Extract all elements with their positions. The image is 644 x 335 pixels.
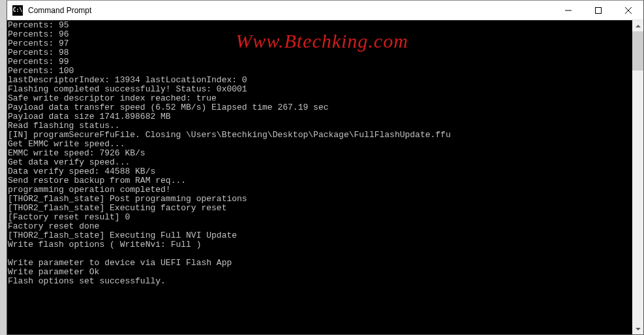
svg-rect-1 [596, 7, 602, 13]
scroll-thumb[interactable] [632, 31, 643, 71]
console-line: programming operation completed! [7, 185, 632, 195]
console-line: lastDescriptorIndex: 13934 lastLocationI… [7, 76, 632, 85]
console-line: Get data verify speed... [7, 158, 632, 167]
console-line: EMMC write speed: 7926 KB/s [7, 149, 632, 158]
console-line: Percents: 100 [7, 67, 632, 76]
close-icon [625, 7, 632, 14]
console-line: Data verify speed: 44588 KB/s [7, 167, 632, 176]
command-prompt-window: C:\ Command Prompt Percents: 95Percents:… [7, 0, 644, 335]
console-line: Write parameter Ok [7, 268, 632, 277]
window-controls [553, 1, 643, 20]
console-line: Payload data transfer speed (6.52 MB/s) … [7, 103, 632, 112]
close-button[interactable] [613, 1, 643, 20]
minimize-button[interactable] [553, 1, 583, 20]
svg-marker-4 [636, 25, 641, 27]
console-line: Percents: 96 [7, 30, 632, 39]
scroll-down-button[interactable] [632, 323, 643, 334]
console-line: Percents: 99 [7, 57, 632, 67]
console-line: Flash options set successfully. [7, 277, 632, 286]
console-line [7, 286, 632, 295]
console-line: Write flash options ( WriteNvi: Full ) [7, 240, 632, 249]
chevron-up-icon [636, 25, 641, 27]
console-line: Factory reset done [7, 222, 632, 231]
console-line: [IN] programSecureFfuFile. Closing \User… [7, 131, 632, 140]
window-title: Command Prompt [28, 6, 553, 15]
cmd-icon-label: C:\ [13, 7, 22, 13]
svg-marker-5 [636, 328, 641, 330]
background-stripe [0, 0, 7, 335]
console-line: Payload data size 1741.898682 MB [7, 112, 632, 121]
console-line: Percents: 98 [7, 48, 632, 57]
cmd-icon: C:\ [12, 5, 23, 16]
console-line: Safe write descriptor index reached: tru… [7, 94, 632, 103]
console-line: Get EMMC write speed... [7, 140, 632, 149]
console-line: Percents: 95 [7, 21, 632, 30]
chevron-down-icon [636, 328, 641, 330]
console-line: [THOR2_flash_state] Executing Full NVI U… [7, 231, 632, 240]
scroll-up-button[interactable] [632, 20, 643, 31]
console-area: Percents: 95Percents: 96Percents: 97Perc… [7, 20, 643, 334]
console-line: [THOR2_flash_state] Post programming ope… [7, 195, 632, 204]
console-line: Read flashing status.. [7, 121, 632, 131]
maximize-button[interactable] [583, 1, 613, 20]
vertical-scrollbar[interactable] [632, 20, 643, 334]
console-line: [Factory reset result] 0 [7, 213, 632, 222]
console-output[interactable]: Percents: 95Percents: 96Percents: 97Perc… [7, 20, 632, 334]
console-line: Percents: 97 [7, 39, 632, 48]
titlebar[interactable]: C:\ Command Prompt [7, 1, 643, 20]
console-line: Send restore backup from RAM req... [7, 176, 632, 185]
minimize-icon [565, 7, 572, 14]
console-line: Write parameter to device via UEFI Flash… [7, 259, 632, 268]
maximize-icon [595, 7, 602, 14]
console-line: Flashing completed successfully! Status:… [7, 85, 632, 94]
console-line [7, 249, 632, 259]
console-line: [THOR2_flash_state] Executing factory re… [7, 204, 632, 213]
